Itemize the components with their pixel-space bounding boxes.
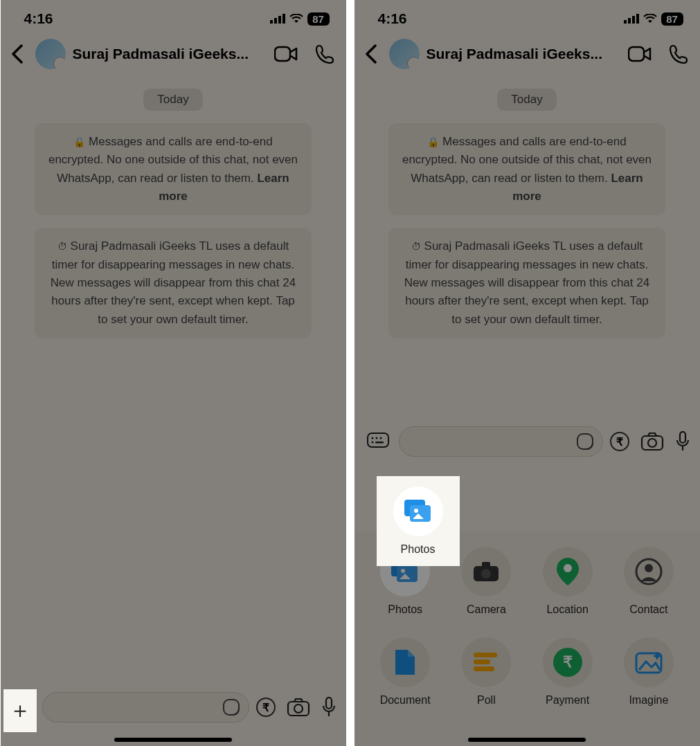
contact-name[interactable]: Suraj Padmasali iGeeks... xyxy=(427,46,621,62)
chat-header: Suraj Padmasali iGeeks... xyxy=(355,33,700,76)
sticker-icon[interactable] xyxy=(222,698,240,716)
attach-document[interactable]: Document xyxy=(368,637,442,718)
svg-point-28 xyxy=(481,569,491,579)
voice-call-button[interactable] xyxy=(313,42,336,66)
attach-label: Camera xyxy=(467,603,506,616)
mic-button[interactable] xyxy=(675,431,690,452)
svg-rect-0 xyxy=(270,20,273,24)
svg-rect-29 xyxy=(482,562,490,567)
phone-icon xyxy=(315,44,334,64)
back-button[interactable] xyxy=(360,43,382,65)
camera-button[interactable] xyxy=(287,698,310,717)
svg-rect-13 xyxy=(629,47,644,61)
svg-point-39 xyxy=(414,509,418,513)
photos-icon xyxy=(393,486,443,536)
svg-rect-25 xyxy=(397,565,418,582)
timer-icon: ⏱ xyxy=(411,241,421,252)
document-icon xyxy=(380,637,430,687)
video-icon xyxy=(274,46,298,62)
chat-header: Suraj Padmasali iGeeks... xyxy=(1,33,346,76)
attach-contact[interactable]: Contact xyxy=(611,547,685,628)
video-call-button[interactable] xyxy=(274,42,298,66)
location-icon xyxy=(543,547,593,597)
chat-body: Today 🔒 Messages and calls are end-to-en… xyxy=(1,76,346,351)
attach-label: Imagine xyxy=(629,694,668,707)
status-time: 4:16 xyxy=(24,10,53,27)
svg-point-26 xyxy=(401,569,405,573)
attach-label: Contact xyxy=(629,603,667,616)
wifi-icon xyxy=(643,14,657,24)
encryption-notice[interactable]: 🔒 Messages and calls are end-to-end encr… xyxy=(35,123,312,215)
imagine-icon xyxy=(624,637,674,687)
timer-text: Suraj Padmasali iGeeks TL uses a default… xyxy=(404,239,649,325)
screenshot-left: 4:16 87 Suraj Padmasali iGeeks... Today … xyxy=(1,0,346,746)
status-indicators: 87 xyxy=(624,12,683,26)
battery-level: 87 xyxy=(661,12,683,26)
svg-rect-1 xyxy=(274,18,277,24)
mic-button[interactable] xyxy=(321,697,336,718)
status-bar: 4:16 87 xyxy=(355,0,700,33)
svg-rect-14 xyxy=(368,433,388,447)
svg-rect-33 xyxy=(474,653,497,657)
svg-rect-8 xyxy=(326,698,332,709)
payment-button[interactable]: ₹ xyxy=(256,698,276,717)
message-input[interactable] xyxy=(399,426,603,457)
contact-name[interactable]: Suraj Padmasali iGeeks... xyxy=(73,46,267,62)
sticker-icon[interactable] xyxy=(576,433,594,451)
back-button[interactable] xyxy=(6,43,28,65)
disappearing-notice[interactable]: ⏱ Suraj Padmasali iGeeks TL uses a defau… xyxy=(388,228,665,338)
svg-rect-19 xyxy=(375,442,384,444)
status-indicators: 87 xyxy=(270,12,330,26)
highlight-attach-button[interactable]: ＋ xyxy=(3,689,37,732)
contact-avatar[interactable] xyxy=(389,39,420,69)
date-separator: Today xyxy=(143,89,202,111)
poll-icon xyxy=(461,637,511,687)
attach-location[interactable]: Location xyxy=(530,547,604,628)
keyboard-button[interactable] xyxy=(364,428,392,455)
encryption-notice[interactable]: 🔒 Messages and calls are end-to-end encr… xyxy=(388,123,665,215)
message-input-bar: ＋ ₹ xyxy=(1,688,346,727)
svg-point-7 xyxy=(294,704,303,713)
photos-label: Photos xyxy=(401,543,436,556)
svg-point-32 xyxy=(645,564,653,572)
lock-icon: 🔒 xyxy=(427,136,439,147)
wifi-icon xyxy=(289,14,303,24)
attach-label: Photos xyxy=(388,603,422,616)
phone-icon xyxy=(669,44,688,64)
svg-rect-11 xyxy=(632,16,635,24)
contact-avatar[interactable] xyxy=(35,39,66,69)
attach-label: Document xyxy=(380,694,431,707)
svg-rect-23 xyxy=(680,432,685,443)
payment-button[interactable]: ₹ xyxy=(610,432,629,451)
svg-rect-10 xyxy=(628,18,631,24)
chat-body: Today 🔒 Messages and calls are end-to-en… xyxy=(355,76,700,351)
svg-rect-2 xyxy=(278,16,281,24)
svg-rect-34 xyxy=(474,659,490,664)
highlight-photos[interactable]: Photos xyxy=(377,476,460,566)
battery-level: 87 xyxy=(307,12,330,26)
disappearing-notice[interactable]: ⏱ Suraj Padmasali iGeeks TL uses a defau… xyxy=(35,228,312,338)
video-call-button[interactable] xyxy=(628,42,652,66)
message-input[interactable] xyxy=(42,692,249,722)
svg-point-18 xyxy=(371,442,373,444)
voice-call-button[interactable] xyxy=(667,42,690,66)
attach-label: Poll xyxy=(477,694,496,707)
camera-icon xyxy=(461,547,511,597)
status-time: 4:16 xyxy=(378,10,407,27)
svg-point-17 xyxy=(379,437,382,439)
keyboard-icon xyxy=(367,433,389,451)
screenshot-right: 4:16 87 Suraj Padmasali iGeeks... Today … xyxy=(355,0,700,746)
home-indicator[interactable] xyxy=(468,738,586,742)
status-bar: 4:16 87 xyxy=(1,0,346,33)
attach-label: Location xyxy=(546,603,589,616)
attach-camera[interactable]: Camera xyxy=(449,547,523,628)
attach-imagine[interactable]: Imagine xyxy=(611,637,685,718)
home-indicator[interactable] xyxy=(114,738,232,742)
cellular-icon xyxy=(624,14,639,24)
attach-poll[interactable]: Poll xyxy=(449,637,523,718)
attach-payment[interactable]: ₹ Payment xyxy=(530,637,604,718)
attach-label: Payment xyxy=(546,694,589,707)
svg-point-30 xyxy=(564,564,572,572)
svg-point-16 xyxy=(375,437,377,439)
camera-button[interactable] xyxy=(640,432,664,451)
